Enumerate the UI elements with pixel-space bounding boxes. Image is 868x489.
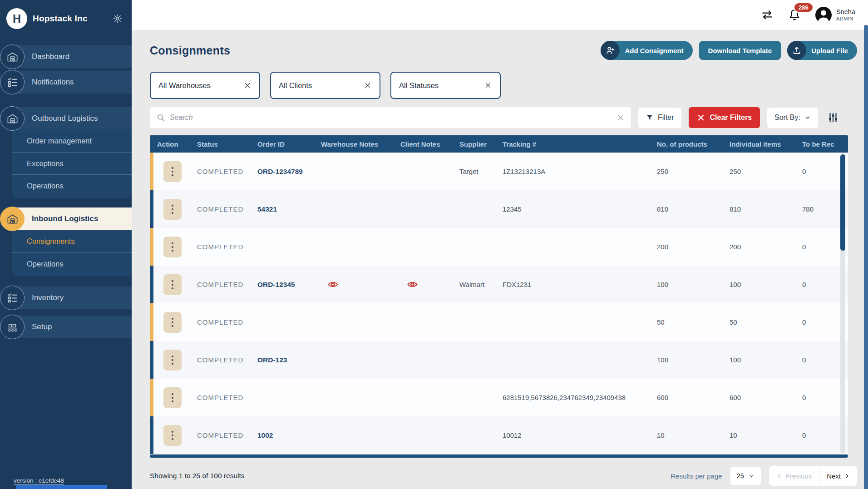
- table-row: COMPLETED50500: [150, 303, 848, 341]
- cell-to-be-received: 0: [799, 168, 842, 175]
- sidebar-subitem-operations[interactable]: Operations: [12, 252, 132, 275]
- gear-icon[interactable]: [113, 14, 123, 24]
- eye-icon[interactable]: [407, 279, 418, 290]
- page-size-dropdown[interactable]: 25: [730, 467, 761, 485]
- sidebar-item-label: Notifications: [32, 78, 74, 87]
- column-header-supplier: Supplier: [456, 140, 499, 148]
- close-icon[interactable]: [243, 81, 252, 89]
- eye-icon[interactable]: [327, 279, 339, 290]
- table-vertical-scrollbar-track[interactable]: [840, 153, 845, 453]
- sidebar-item-setup[interactable]: Setup: [12, 316, 132, 338]
- cell-to-be-received: 780: [799, 205, 842, 213]
- page-scrollbar[interactable]: [864, 25, 868, 489]
- row-actions-kebab-button[interactable]: [163, 350, 182, 370]
- row-actions-kebab-button[interactable]: [163, 161, 182, 182]
- row-status-strip: [150, 153, 153, 190]
- cell-no-of-products: 810: [653, 205, 726, 213]
- consignments-table: ActionStatusOrder IDWarehouse NotesClien…: [150, 135, 848, 458]
- table-row: COMPLETED2002000: [150, 228, 848, 266]
- chevron-left-icon: [776, 473, 782, 479]
- download-template-button[interactable]: Download Template: [699, 41, 781, 60]
- upload-file-button[interactable]: Upload File: [787, 41, 857, 60]
- sidebar-item-notifications[interactable]: Notifications: [12, 71, 132, 94]
- button-label: Download Template: [708, 47, 772, 54]
- column-header-order-id: Order ID: [254, 140, 317, 148]
- sidebar-subitem-operations[interactable]: Operations: [12, 174, 132, 197]
- cell-to-be-received: 0: [799, 281, 842, 288]
- next-page-button[interactable]: Next: [819, 466, 857, 486]
- sidebar-nav: DashboardNotificationsOutbound Logistics…: [0, 29, 132, 338]
- cell-status: COMPLETED: [193, 168, 254, 175]
- previous-page-button[interactable]: Previous: [769, 466, 819, 486]
- cell-order-id: ORD-12345: [254, 281, 317, 289]
- user-name: Sneha: [836, 8, 855, 16]
- row-status-strip: [150, 190, 153, 228]
- warehouse-icon: [0, 207, 25, 231]
- conveyor-icon: [0, 315, 25, 339]
- search-box: [150, 107, 631, 128]
- cell-client-notes: [397, 279, 456, 290]
- cell-individual-items: 810: [726, 205, 799, 213]
- row-actions-kebab-button[interactable]: [163, 237, 182, 257]
- sidebar-item-dashboard[interactable]: Dashboard: [12, 45, 132, 68]
- sidebar-item-outbound-logistics[interactable]: Outbound Logistics: [12, 107, 132, 130]
- nav-group-setup: Setup: [0, 316, 132, 338]
- cell-action: [153, 312, 193, 333]
- close-icon[interactable]: [364, 81, 372, 89]
- search-input[interactable]: [170, 114, 612, 122]
- upload-icon: [787, 41, 806, 60]
- row-status-strip: [150, 379, 153, 416]
- row-actions-kebab-button[interactable]: [163, 425, 182, 446]
- filter-chip-all-statuses[interactable]: All Statuses: [390, 72, 501, 99]
- sidebar-subitem-exceptions[interactable]: Exceptions: [12, 152, 132, 174]
- sidebar-subitem-order-management[interactable]: Order management: [12, 130, 132, 152]
- row-status-strip: [150, 416, 153, 454]
- cell-tracking: 1Z13213213A: [499, 168, 653, 175]
- cell-no-of-products: 100: [653, 281, 726, 288]
- search-clear-icon[interactable]: [616, 114, 625, 122]
- user-menu[interactable]: Sneha ADMIN: [815, 6, 855, 24]
- table-row: COMPLETED10021001210100: [150, 416, 848, 454]
- nav-group-inventory: Inventory: [0, 286, 132, 309]
- cell-no-of-products: 100: [653, 356, 726, 364]
- clear-filters-button[interactable]: Clear Filters: [689, 107, 760, 128]
- avatar: [815, 6, 832, 24]
- cell-to-be-received: 0: [799, 356, 842, 364]
- sidebar-item-inbound-logistics[interactable]: Inbound Logistics: [12, 207, 132, 230]
- cell-supplier: Target: [456, 168, 499, 175]
- cell-tracking: FDX1231: [499, 281, 653, 288]
- sidebar-item-inventory[interactable]: Inventory: [12, 286, 132, 309]
- table-horizontal-scrollbar[interactable]: [150, 454, 848, 458]
- row-actions-kebab-button[interactable]: [163, 387, 182, 408]
- cell-action: [153, 350, 193, 370]
- close-icon[interactable]: [484, 81, 492, 89]
- row-actions-kebab-button[interactable]: [163, 274, 182, 295]
- filter-chip-all-clients[interactable]: All Clients: [270, 72, 380, 99]
- column-header-to-be-rec: To be Rec: [799, 140, 842, 148]
- cell-action: [153, 237, 193, 257]
- sidebar-subitem-consignments[interactable]: Consignments: [12, 230, 132, 252]
- topbar: 286 Sneha ADMIN: [132, 0, 868, 30]
- column-header-tracking: Tracking #: [499, 140, 653, 148]
- filter-chip-all-warehouses[interactable]: All Warehouses: [150, 72, 260, 99]
- filter-button[interactable]: Filter: [638, 108, 681, 128]
- sort-by-dropdown[interactable]: Sort By:: [767, 108, 818, 128]
- table-row: COMPLETED6281519,5673826,234762349,23409…: [150, 379, 848, 416]
- row-actions-kebab-button[interactable]: [163, 199, 182, 220]
- nav-group-inbound-logistics: Inbound LogisticsConsignmentsOperations: [0, 207, 132, 277]
- warehouse-icon: [0, 106, 25, 131]
- chip-label: All Clients: [279, 81, 312, 90]
- cell-status: COMPLETED: [193, 281, 254, 288]
- notifications-bell[interactable]: 286: [788, 8, 801, 22]
- table-row: COMPLETEDORD-12345WalmartFDX12311001000: [150, 266, 848, 303]
- table-vertical-scrollbar-thumb[interactable]: [840, 154, 845, 251]
- column-header-no-of-products: No. of products: [653, 140, 726, 148]
- sidebar-item-label: Inventory: [32, 293, 64, 302]
- cell-individual-items: 10: [726, 431, 799, 439]
- button-label: Upload File: [811, 47, 848, 54]
- row-actions-kebab-button[interactable]: [163, 312, 182, 333]
- sliders-icon[interactable]: [827, 112, 839, 123]
- add-consignment-button[interactable]: Add Consignment: [601, 41, 692, 60]
- results-summary: Showing 1 to 25 of 100 results: [150, 472, 245, 480]
- swap-arrows-icon[interactable]: [760, 9, 774, 21]
